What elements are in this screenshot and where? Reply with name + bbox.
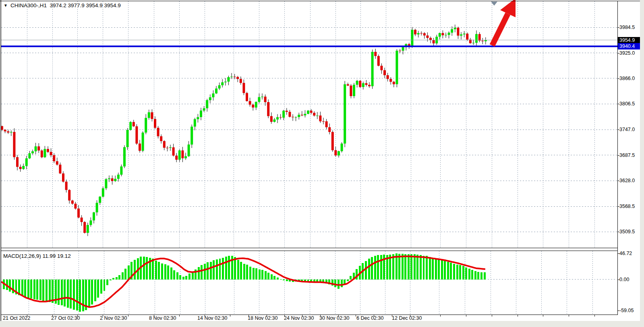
window-edge-strip (640, 0, 644, 327)
price-tick-label: 3747.0 (619, 126, 635, 133)
macd-indicator-label: MACD(12,26,9) 11.99 19.12 (3, 253, 71, 259)
time-tick (466, 315, 466, 317)
price-tick-label: 3628.0 (619, 177, 635, 184)
chart-title: ▼CHINA300-,H1 3974.2 3977.9 3954.9 3954.… (4, 2, 121, 8)
time-tick (179, 315, 180, 317)
time-axis-label: 30 Nov 02:30 (319, 315, 349, 321)
time-axis-label: 18 Nov 02:30 (248, 315, 277, 321)
macd-tick-label: 46.72 (619, 250, 632, 257)
price-tick-label: 3806.5 (619, 101, 635, 107)
main-panel-border (1, 248, 617, 248)
time-axis-label: 8 Nov 02:30 (149, 315, 176, 321)
macd-panel-border[interactable] (1, 251, 617, 251)
price-tick-label: 3568.5 (619, 203, 635, 210)
time-axis[interactable]: 21 Oct 202227 Oct 02:302 Nov 02:308 Nov … (0, 315, 640, 321)
price-axis-line (617, 1, 618, 315)
grid (1, 1, 617, 248)
macd-tick-label: -59.05 (619, 307, 634, 314)
window-edge-strip (0, 321, 640, 327)
time-axis-label: 6 Dec 02:30 (356, 315, 383, 321)
candlesticks (1, 25, 487, 236)
time-tick (128, 315, 128, 317)
time-tick (543, 315, 543, 317)
symbol-dropdown-icon[interactable]: ▼ (4, 3, 8, 8)
time-axis-label: 24 Nov 02:30 (284, 315, 314, 321)
trend-arrow[interactable] (492, 0, 516, 45)
chart-window: ▼CHINA300-,H1 3974.2 3977.9 3954.9 3954.… (0, 0, 644, 327)
time-tick (440, 315, 441, 317)
candlestick-chart[interactable] (0, 0, 617, 248)
price-tick-label: 3866.0 (619, 75, 635, 82)
time-tick (569, 315, 569, 317)
price-axis[interactable]: 3984.53925.03866.03806.53747.03687.53628… (618, 1, 640, 315)
price-tick-label: 3687.5 (619, 152, 635, 158)
time-tick (518, 315, 518, 317)
symbol-label: CHINA300-,H1 (10, 2, 47, 8)
macd-tick-label: 0.00 (619, 276, 629, 283)
time-axis-label: 21 Oct 2022 (3, 315, 30, 321)
macd-histogram (3, 253, 485, 312)
level-price-box: 3940.4 (618, 43, 640, 49)
horizontal-level-line[interactable] (1, 45, 617, 47)
window-border (0, 0, 0, 321)
time-axis-label: 14 Nov 02:30 (197, 315, 227, 321)
time-axis-label: 27 Oct 02:30 (51, 315, 80, 321)
time-tick (230, 315, 230, 317)
price-tick-label: 3984.5 (619, 24, 635, 31)
price-tick-label: 3509.5 (619, 228, 635, 235)
time-tick (492, 315, 492, 317)
price-tick-label: 3925.0 (619, 50, 635, 56)
time-tick (594, 315, 595, 317)
chart-border-top (0, 1, 640, 1)
time-axis-label: 12 Dec 02:30 (392, 315, 422, 321)
macd-indicator-chart[interactable] (0, 251, 617, 315)
time-tick (356, 315, 356, 317)
ohlc-values: 3974.2 3977.9 3954.9 3954.9 (50, 2, 120, 8)
macd-panel-border (1, 315, 617, 315)
window-border (1, 0, 1, 321)
time-axis-label: 2 Nov 02:30 (100, 315, 127, 321)
bid-price-box: 3954.9 (618, 37, 640, 43)
